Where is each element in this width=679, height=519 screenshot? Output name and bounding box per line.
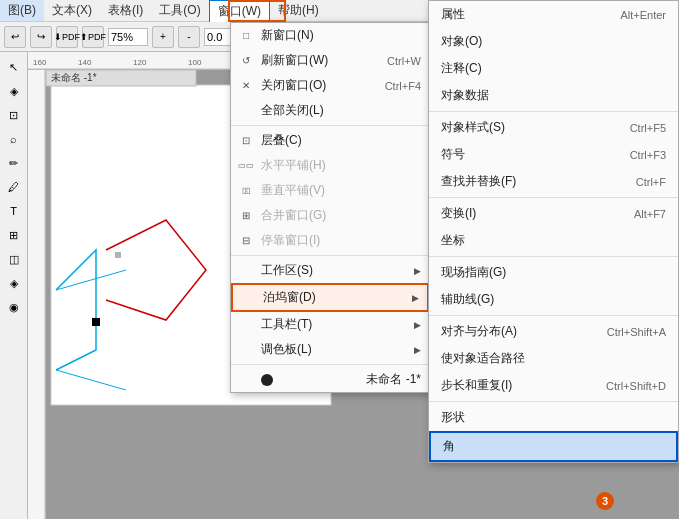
doc-icon bbox=[261, 374, 273, 386]
rm-coords[interactable]: 坐标 bbox=[429, 227, 678, 254]
wm-doc[interactable]: 未命名 -1* bbox=[231, 367, 429, 392]
wm-workspace-label: 工作区(S) bbox=[261, 262, 313, 279]
menu-text[interactable]: 文本(X) bbox=[44, 0, 100, 21]
new-window-icon: □ bbox=[237, 27, 255, 45]
fill-tool[interactable]: ◫ bbox=[3, 248, 25, 270]
rm-fit-path-label: 使对象适合路径 bbox=[441, 350, 525, 367]
wm-detach[interactable]: ⊟ 停靠窗口(I) bbox=[231, 228, 429, 253]
rm-fit-path[interactable]: 使对象适合路径 bbox=[429, 345, 678, 372]
menu-help[interactable]: 帮助(H) bbox=[270, 0, 327, 21]
rm-obj-style[interactable]: 对象样式(S) Ctrl+F5 bbox=[429, 114, 678, 141]
left-toolbar: ↖ ◈ ⊡ ⌕ ✏ 🖊 T ⊞ ◫ ◈ ◉ bbox=[0, 52, 28, 519]
rm-sep-1 bbox=[429, 111, 678, 112]
wm-v-tile-label: 垂直平铺(V) bbox=[261, 182, 325, 199]
rm-attr-shortcut: Alt+Enter bbox=[620, 9, 666, 21]
wm-cascade-label: 层叠(C) bbox=[261, 132, 302, 149]
v-tile-icon: ▯▯ bbox=[237, 182, 255, 200]
rm-align[interactable]: 对齐与分布(A) Ctrl+Shift+A bbox=[429, 318, 678, 345]
rm-align-label: 对齐与分布(A) bbox=[441, 323, 517, 340]
rm-transform[interactable]: 变换(I) Alt+F7 bbox=[429, 200, 678, 227]
rm-step-repeat-label: 步长和重复(I) bbox=[441, 377, 512, 394]
rm-symbol-shortcut: Ctrl+F3 bbox=[630, 149, 666, 161]
wm-close-window[interactable]: ✕ 关闭窗口(O) Ctrl+F4 bbox=[231, 73, 429, 98]
interactive-tool[interactable]: ◉ bbox=[3, 296, 25, 318]
zoom-in-button[interactable]: + bbox=[152, 26, 174, 48]
rm-guide-line-label: 辅助线(G) bbox=[441, 291, 494, 308]
wm-merge[interactable]: ⊞ 合并窗口(G) bbox=[231, 203, 429, 228]
rm-note[interactable]: 注释(C) bbox=[429, 55, 678, 82]
menu-window[interactable]: 窗口(W) bbox=[209, 0, 270, 22]
svg-text:未命名 -1*: 未命名 -1* bbox=[51, 72, 97, 83]
rm-field-guide-label: 现场指南(G) bbox=[441, 264, 506, 281]
rm-step-repeat[interactable]: 步长和重复(I) Ctrl+Shift+D bbox=[429, 372, 678, 399]
wm-refresh[interactable]: ↺ 刷新窗口(W) Ctrl+W bbox=[231, 48, 429, 73]
wm-cascade[interactable]: ⊡ 层叠(C) bbox=[231, 128, 429, 153]
right-menu-dropdown[interactable]: 属性 Alt+Enter 对象(O) 注释(C) 对象数据 对象样式(S) Ct… bbox=[428, 0, 679, 463]
redo-button[interactable]: ↪ bbox=[30, 26, 52, 48]
rm-angle[interactable]: 角 bbox=[429, 431, 678, 462]
wm-docker[interactable]: 泊坞窗(D) ▶ bbox=[231, 283, 429, 312]
menu-tools[interactable]: 工具(O) bbox=[151, 0, 208, 21]
zoom-input[interactable]: 75% bbox=[108, 28, 148, 46]
menu-table[interactable]: 表格(I) bbox=[100, 0, 151, 21]
wm-palette[interactable]: 调色板(L) ▶ bbox=[231, 337, 429, 362]
rm-attr[interactable]: 属性 Alt+Enter bbox=[429, 1, 678, 28]
pen-tool[interactable]: 🖊 bbox=[3, 176, 25, 198]
rm-symbol-label: 符号 bbox=[441, 146, 465, 163]
wm-toolbar[interactable]: 工具栏(T) ▶ bbox=[231, 312, 429, 337]
eyedropper-tool[interactable]: ◈ bbox=[3, 272, 25, 294]
wm-sep-1 bbox=[231, 125, 429, 126]
close-window-icon: ✕ bbox=[237, 77, 255, 95]
wm-close-all-label: 全部关闭(L) bbox=[261, 102, 324, 119]
rm-object[interactable]: 对象(O) bbox=[429, 28, 678, 55]
wm-close-window-shortcut: Ctrl+F4 bbox=[385, 80, 421, 92]
rm-coords-label: 坐标 bbox=[441, 232, 465, 249]
shape-tool[interactable]: ◈ bbox=[3, 80, 25, 102]
crop-tool[interactable]: ⊡ bbox=[3, 104, 25, 126]
rm-transform-label: 变换(I) bbox=[441, 205, 476, 222]
rm-transform-shortcut: Alt+F7 bbox=[634, 208, 666, 220]
rm-symbol[interactable]: 符号 Ctrl+F3 bbox=[429, 141, 678, 168]
rm-find-replace-label: 查找并替换(F) bbox=[441, 173, 516, 190]
rm-obj-data-label: 对象数据 bbox=[441, 87, 489, 104]
table-tool[interactable]: ⊞ bbox=[3, 224, 25, 246]
svg-rect-12 bbox=[92, 318, 100, 326]
wm-palette-arrow: ▶ bbox=[414, 345, 421, 355]
rm-shape-label: 形状 bbox=[441, 409, 465, 426]
window-menu-dropdown[interactable]: □ 新窗口(N) ↺ 刷新窗口(W) Ctrl+W ✕ 关闭窗口(O) Ctrl… bbox=[230, 22, 430, 393]
rm-obj-data[interactable]: 对象数据 bbox=[429, 82, 678, 109]
zoom-out-button[interactable]: - bbox=[178, 26, 200, 48]
wm-toolbar-label: 工具栏(T) bbox=[261, 316, 312, 333]
wm-close-all[interactable]: 全部关闭(L) bbox=[231, 98, 429, 123]
wm-sep-3 bbox=[231, 364, 429, 365]
import-button[interactable]: ⬇PDF bbox=[56, 26, 78, 48]
rm-align-shortcut: Ctrl+Shift+A bbox=[607, 326, 666, 338]
wm-palette-label: 调色板(L) bbox=[261, 341, 312, 358]
freehand-tool[interactable]: ✏ bbox=[3, 152, 25, 174]
rm-field-guide[interactable]: 现场指南(G) bbox=[429, 259, 678, 286]
wm-workspace[interactable]: 工作区(S) ▶ bbox=[231, 258, 429, 283]
wm-toolbar-arrow: ▶ bbox=[414, 320, 421, 330]
wm-refresh-label: 刷新窗口(W) bbox=[261, 52, 328, 69]
wm-v-tile[interactable]: ▯▯ 垂直平铺(V) bbox=[231, 178, 429, 203]
undo-button[interactable]: ↩ bbox=[4, 26, 26, 48]
rm-guide-line[interactable]: 辅助线(G) bbox=[429, 286, 678, 313]
select-tool[interactable]: ↖ bbox=[3, 56, 25, 78]
rm-obj-style-label: 对象样式(S) bbox=[441, 119, 505, 136]
wm-refresh-shortcut: Ctrl+W bbox=[387, 55, 421, 67]
wm-h-tile[interactable]: ▭▭ 水平平铺(H) bbox=[231, 153, 429, 178]
refresh-icon: ↺ bbox=[237, 52, 255, 70]
rm-shape[interactable]: 形状 bbox=[429, 404, 678, 431]
export-button[interactable]: ⬆PDF bbox=[82, 26, 104, 48]
wm-new-window[interactable]: □ 新窗口(N) bbox=[231, 23, 429, 48]
zoom-tool[interactable]: ⌕ bbox=[3, 128, 25, 150]
merge-icon: ⊞ bbox=[237, 207, 255, 225]
rm-find-replace[interactable]: 查找并替换(F) Ctrl+F bbox=[429, 168, 678, 195]
svg-text:100: 100 bbox=[188, 58, 202, 67]
wm-h-tile-label: 水平平铺(H) bbox=[261, 157, 326, 174]
wm-docker-arrow: ▶ bbox=[412, 293, 419, 303]
text-tool[interactable]: T bbox=[3, 200, 25, 222]
menu-graph[interactable]: 图(B) bbox=[0, 0, 44, 21]
rm-sep-5 bbox=[429, 401, 678, 402]
rm-sep-4 bbox=[429, 315, 678, 316]
